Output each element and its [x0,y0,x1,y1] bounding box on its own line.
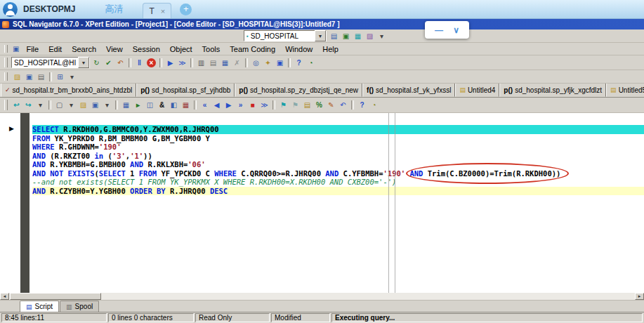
doc-tab[interactable]: p()sd_hospital.sp_yfjk_xgcfdlzt [499,84,606,97]
code-line[interactable]: AND R.CZYBH0=Y.YGBH00 ORDER BY R.JHRQ00 … [32,187,644,196]
code-area[interactable]: SELECT R.RKDH00,G.BMMC00,Y.ZWXM00,R.JHRQ… [32,113,644,293]
session-browser-icon[interactable]: ◫ [144,100,156,110]
format-code-icon[interactable]: ▤ [301,100,313,110]
image-view-icon[interactable]: ▨ [364,31,376,41]
edit-tool-icon[interactable]: ✎ [325,100,337,110]
remote-tab[interactable]: T × [143,3,171,18]
new-document-icon[interactable]: ▢ [53,100,65,110]
last-record-icon[interactable]: » [235,100,247,110]
save-document-icon[interactable]: ▣ [89,100,101,110]
dropdown-arrow-icon[interactable]: ▼ [315,30,326,41]
scroll-left-icon[interactable]: ◂ [0,293,9,300]
bind-variables-icon[interactable]: ◧ [168,100,180,110]
explain-plan-icon[interactable]: ▤ [207,58,219,68]
minimize-icon[interactable]: — [435,25,443,35]
save-file-icon[interactable]: ▣ [23,72,35,82]
menu-file[interactable]: File [21,44,44,54]
refresh-session-icon[interactable]: ↻ [91,58,103,68]
dropdown-arrow-icon[interactable]: ▼ [78,57,89,68]
nav-dropdown-icon[interactable]: ▾ [34,100,46,110]
chart-view-icon[interactable]: ▦ [352,31,364,41]
stop-fetch-icon[interactable]: ■ [247,100,258,110]
execute-all-icon[interactable]: ≫ [176,58,188,68]
scroll-right-icon[interactable]: ▸ [635,293,644,300]
code-line[interactable]: SELECT R.RKDH00,G.BMMC00,Y.ZWXM00,R.JHRQ… [32,125,644,134]
nav-forward-icon[interactable]: ↪ [22,100,34,110]
scrollbar-thumb[interactable] [10,293,101,300]
schema-combobox[interactable]: ▪ SD_HOSPITAL ▼ [244,30,327,41]
menu-session[interactable]: Session [128,44,165,54]
next-record-icon[interactable]: ▶ [223,100,235,110]
wizard-icon[interactable]: ✦ [262,58,274,68]
chevron-down-icon[interactable]: ∨ [453,25,459,35]
quality-setting-button[interactable]: 高清 [105,3,123,15]
undo-icon[interactable]: ↶ [337,100,349,110]
menu-edit[interactable]: Edit [44,44,67,54]
menu-window[interactable]: Window [280,44,317,54]
clear-icon[interactable]: ✗ [231,58,243,68]
new-dropdown-icon[interactable]: ▾ [65,100,77,110]
toolbar-grip[interactable] [4,45,8,53]
menu-view[interactable]: View [101,44,128,54]
horizontal-scrollbar[interactable]: ◂ ▸ [0,293,644,301]
toolbar-separator [351,100,354,110]
execute-query-icon[interactable]: ▦ [120,100,132,110]
toolbar-overflow-icon[interactable]: ▾ [376,31,388,41]
help-editor-icon[interactable]: ? [356,100,368,110]
abort-icon[interactable]: × [147,58,156,67]
rollback-icon[interactable]: ↶ [114,58,126,68]
result-grid-icon[interactable]: ▦ [180,100,192,110]
prior-record-icon[interactable]: ◀ [211,100,223,110]
doc-tab[interactable]: ▤Untitled5 [606,84,644,97]
toolbar-grip[interactable] [4,72,8,81]
save-dropdown-icon[interactable]: ▾ [101,100,113,110]
doc-tab[interactable]: ▤Untitled4 [455,84,499,97]
nav-back-icon[interactable]: ↩ [11,100,22,110]
code-line[interactable]: FROM YK_YPRKD0 R,BM_BMBM00 G,BM_YGBM00 Y [32,134,644,143]
menu-tools[interactable]: Tools [197,44,225,54]
new-tab-button[interactable]: + [180,4,192,15]
open-document-icon[interactable]: ▨ [77,100,89,110]
fetch-all-icon[interactable]: ≫ [258,100,270,110]
bookmark-icon[interactable]: ⚑ [277,100,289,110]
sessions-list-icon[interactable]: ▤ [328,31,340,41]
doc-tab[interactable]: p()sd_hospital.sp_sf_yjhdbb [136,84,235,97]
toolbar-overflow-icon[interactable]: ▾ [66,72,78,82]
find-objects-icon[interactable]: ◎ [250,58,262,68]
percent-tool-icon[interactable]: % [313,100,325,110]
tab-script[interactable]: ▤ Script [20,301,59,312]
first-record-icon[interactable]: « [199,100,211,110]
pause-icon[interactable]: ‖ [133,58,145,68]
print-icon[interactable]: ▤ [35,72,47,82]
commit-icon[interactable]: ✔ [103,58,114,68]
code-line[interactable]: WHERE R.GHDWNM='190' [32,143,644,152]
copy-snapshot-icon[interactable]: ▣ [340,31,352,41]
toolbar-grip[interactable] [4,58,8,67]
doc-tab[interactable]: ✓sd_hospital.tr_bm_brxxb0_ains_htdzbl [1,84,136,97]
code-line[interactable]: AND (R.RKZT00 in ('3','1')) [32,152,644,161]
menu-help[interactable]: Help [317,44,343,54]
code-analysis-icon[interactable]: ▦ [219,58,231,68]
execute-icon[interactable]: ▶ [164,58,176,68]
menu-search[interactable]: Search [67,44,101,54]
connection-combobox[interactable]: SD_HOSPITAL@HIS(3) ▼ [11,57,90,68]
doc-tab[interactable]: f()sd_hospital.sf_yk_yfxssl [362,84,455,97]
describe-icon[interactable]: ▥ [195,58,207,68]
session-toolbar: ▪ SD_HOSPITAL ▼ ▤▣▦▨▾ [0,29,644,43]
output-window-icon[interactable]: ▣ [274,58,286,68]
history-icon[interactable]: ◔ [305,58,317,68]
toolbar-grip[interactable] [4,100,8,110]
grid-options-icon[interactable]: ⊞ [54,72,66,82]
code-editor[interactable]: ▶ SELECT R.RKDH00,G.BMMC00,Y.ZWXM00,R.JH… [0,113,644,293]
menu-team-coding[interactable]: Team Coding [225,44,280,54]
help-icon[interactable]: ? [293,58,305,68]
options-icon[interactable]: ◔ [368,100,380,110]
bookmark-list-icon[interactable]: ⚑ [289,100,301,110]
close-icon[interactable]: × [161,7,165,15]
execute-play-icon[interactable]: ▸ [132,100,144,110]
menu-object[interactable]: Object [165,44,197,54]
ampersand-substitution-icon[interactable]: & [156,100,168,110]
open-file-icon[interactable]: ▨ [11,72,23,82]
doc-tab[interactable]: p()sd_hospital.sp_zy_dbzjstj_qe_new [235,84,362,97]
tab-spool[interactable]: ▥ Spool [60,301,99,312]
